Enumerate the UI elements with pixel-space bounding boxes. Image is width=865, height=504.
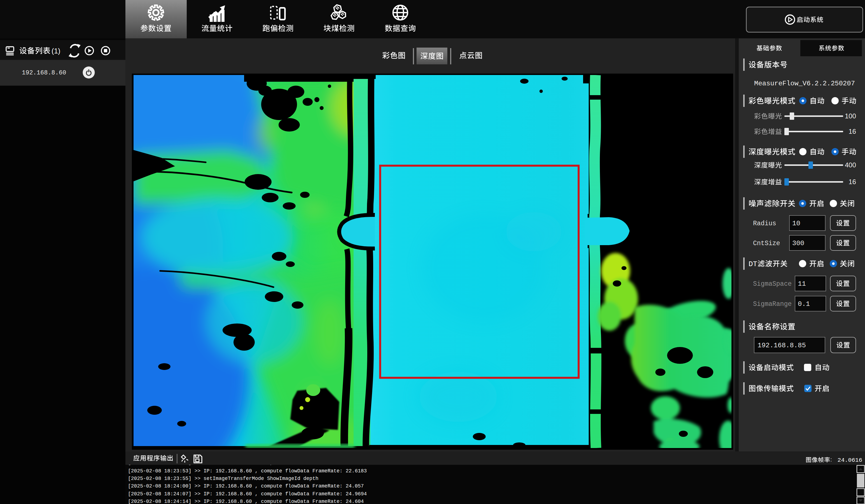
svg-text:[2025-02-08 18:24:07] >> IP: 1: [2025-02-08 18:24:07] >> IP: 192.168.8.6… <box>128 491 367 497</box>
svg-text:Radius: Radius <box>753 220 776 227</box>
svg-text:100: 100 <box>845 112 856 120</box>
svg-text:[2025-02-08 18:23:53] >> IP: 1: [2025-02-08 18:23:53] >> IP: 192.168.8.6… <box>128 468 367 474</box>
svg-text:192.168.8.85: 192.168.8.85 <box>758 342 806 349</box>
svg-text:16: 16 <box>849 128 856 135</box>
svg-text:SigmaSpace: SigmaSpace <box>753 280 792 288</box>
svg-text:MeasureFlow_V6.2.2.250207: MeasureFlow_V6.2.2.250207 <box>754 80 855 87</box>
svg-text:11: 11 <box>798 280 806 288</box>
svg-text:24.0616: 24.0616 <box>838 457 862 464</box>
svg-text:[2025-02-08 18:24:14] >> IP: 1: [2025-02-08 18:24:14] >> IP: 192.168.8.6… <box>128 499 364 504</box>
svg-text:DT: DT <box>749 260 757 268</box>
svg-text:10: 10 <box>792 220 800 227</box>
svg-text:0.1: 0.1 <box>798 300 810 308</box>
svg-text:SigmaRange: SigmaRange <box>753 301 792 308</box>
svg-text::: : <box>830 456 832 462</box>
svg-text:(1): (1) <box>51 47 60 55</box>
svg-text:[2025-02-08 18:23:55] >> setIm: [2025-02-08 18:23:55] >> setImageTransfe… <box>128 476 319 481</box>
svg-text:300: 300 <box>792 239 804 247</box>
svg-text:[2025-02-08 18:24:00] >> IP: 1: [2025-02-08 18:24:00] >> IP: 192.168.8.6… <box>128 483 364 489</box>
svg-text:400: 400 <box>845 161 856 169</box>
svg-text:16: 16 <box>849 178 856 186</box>
svg-text:CntSize: CntSize <box>753 240 780 247</box>
svg-text:192.168.8.60: 192.168.8.60 <box>22 69 66 77</box>
